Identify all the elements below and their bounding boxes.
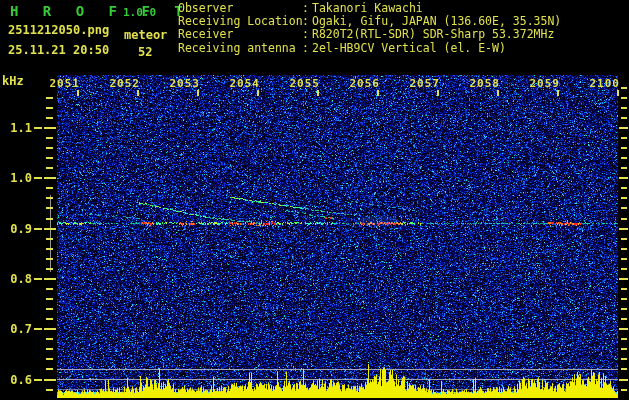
echo-count: 52	[138, 45, 152, 59]
app-version: 1.0.0	[123, 6, 156, 19]
station-info-value: Ogaki, Gifu, JAPAN (136.60E, 35.35N)	[312, 14, 561, 28]
freq-tick-label: 1.1	[2, 121, 32, 135]
time-tick-label: 2058	[464, 77, 500, 90]
station-info-label: Receiving antenna	[178, 42, 302, 55]
capture-datetime: 25.11.21 20:50	[8, 43, 109, 57]
time-tick-label: 2053	[164, 77, 200, 90]
station-info-value: Takanori Kawachi	[312, 1, 423, 15]
freq-unit-label: kHz	[2, 74, 24, 88]
station-info-value: 2el-HB9CV Vertical (el. E-W)	[312, 41, 506, 55]
station-info-separator: :	[302, 42, 312, 55]
capture-mode: meteor	[124, 28, 167, 42]
app-title: H R O F F T	[10, 3, 191, 19]
time-tick-label: 2100	[584, 77, 620, 90]
time-tick-label: 2059	[524, 77, 560, 90]
station-info-row: Receiving antenna:2el-HB9CV Vertical (el…	[178, 42, 561, 55]
time-tick-label: 2052	[104, 77, 140, 90]
hrofft-screen: H R O F F T 1.0.0 2511212050.png meteor …	[0, 0, 629, 400]
time-tick-label: 2056	[344, 77, 380, 90]
station-info-value: R820T2(RTL-SDR) SDR-Sharp 53.372MHz	[312, 27, 554, 41]
capture-filename: 2511212050.png	[8, 23, 109, 37]
station-info-separator: :	[302, 28, 312, 41]
freq-tick-label: 0.7	[2, 322, 32, 336]
freq-tick-label: 1.0	[2, 171, 32, 185]
station-info: Observer:Takanori KawachiReceiving Locat…	[178, 2, 561, 55]
time-tick-label: 2054	[224, 77, 260, 90]
time-tick-label: 2055	[284, 77, 320, 90]
freq-tick-label: 0.8	[2, 272, 32, 286]
time-tick-label: 2057	[404, 77, 440, 90]
time-tick-label: 2051	[44, 77, 80, 90]
spectrogram-canvas	[0, 0, 629, 400]
freq-tick-label: 0.9	[2, 222, 32, 236]
station-info-label: Receiver	[178, 28, 302, 41]
freq-tick-label: 0.6	[2, 373, 32, 387]
